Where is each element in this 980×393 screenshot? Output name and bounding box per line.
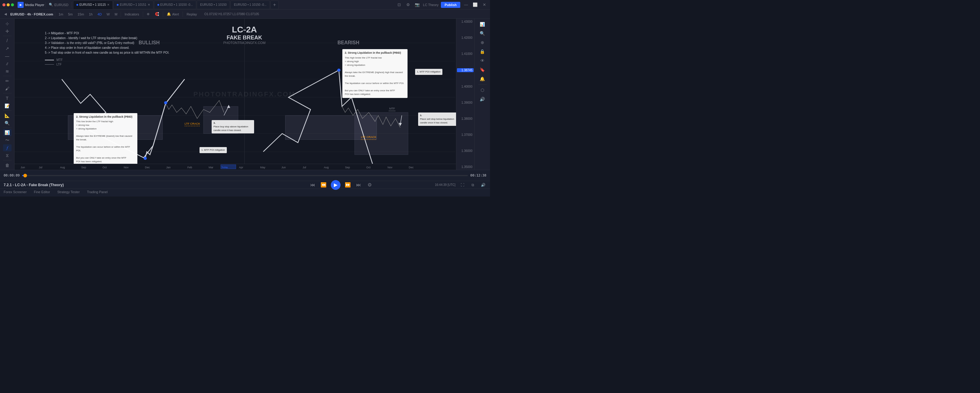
chart-tab-3[interactable]: EURUSD • 1 10150 -0... xyxy=(154,1,196,9)
tab-fine-editor[interactable]: Fine Editor xyxy=(30,189,54,196)
price-highlighted: 1.38745 xyxy=(457,68,474,72)
rs-eye-icon[interactable]: 👁 xyxy=(478,56,487,65)
brush-icon[interactable]: 🖌 xyxy=(3,85,11,92)
annotation-bearish-2: 2. Strong Liquidation in the pullback (P… xyxy=(342,49,407,98)
chart-tab-5[interactable]: EURUSD • 1 10150 -0... xyxy=(231,1,270,9)
maximize-icon[interactable]: ⬜ xyxy=(472,2,479,8)
add-tab-btn[interactable]: + xyxy=(270,1,278,9)
tf-1m[interactable]: 1m xyxy=(57,12,65,17)
prev-btn[interactable]: ⏪ xyxy=(320,181,327,189)
symbol-search[interactable]: 🔍 EURUSD xyxy=(47,2,70,7)
tf-w[interactable]: W xyxy=(105,12,111,17)
volume-icon[interactable]: 🔊 xyxy=(480,181,486,188)
cursor-icon[interactable]: ⊹ xyxy=(3,20,11,27)
svg-text:Jul: Jul xyxy=(302,166,306,169)
replay-btn[interactable]: Replay xyxy=(185,12,199,17)
publish-button[interactable]: Publish xyxy=(441,2,460,8)
fibtime-icon[interactable]: ≋ xyxy=(3,68,11,75)
crosshair-icon[interactable]: ✛ xyxy=(3,28,11,35)
tab-close-2[interactable]: ✕ xyxy=(148,3,150,6)
tf-5m[interactable]: 5m xyxy=(67,12,74,17)
zoom-draw-icon[interactable]: 🔍 xyxy=(3,119,11,126)
rs-bookmark-icon[interactable]: 🔖 xyxy=(478,65,487,74)
measure-icon[interactable]: 📐 xyxy=(3,112,11,119)
chart-tab-4[interactable]: EURUSD • 1 10150 xyxy=(197,1,230,9)
tab-close-1[interactable]: ✕ xyxy=(107,3,110,6)
svg-text:Jan: Jan xyxy=(166,166,171,169)
maximize-window-btn[interactable] xyxy=(11,3,14,6)
chart-timeline: Jun Jul Aug Sep Oct Nov Dec Jan Feb Mar … xyxy=(14,164,456,170)
rs-expand-icon[interactable]: ⬡ xyxy=(478,86,487,94)
ann-b2-title: 2. Strong Liquidation in the pullback (P… xyxy=(76,115,135,119)
tf-15m[interactable]: 15m xyxy=(76,12,86,17)
tab-trading-panel[interactable]: Trading Panel xyxy=(83,189,111,196)
toolbar-back[interactable]: ◀ xyxy=(2,11,8,17)
rs-notification-icon[interactable]: 🔔 xyxy=(478,75,487,83)
chart-tab-2[interactable]: EURUSD • 1 10151 ✕ xyxy=(113,1,153,9)
fibonacci-icon[interactable]: 𝑓 xyxy=(3,144,11,151)
pip-icon[interactable]: ⧉ xyxy=(469,181,476,188)
progress-thumb[interactable] xyxy=(23,174,27,177)
tab-dot-3 xyxy=(158,4,159,6)
svg-text:May: May xyxy=(260,166,266,169)
chart-area: LC-2A FAKE BREAK PHOTONTRADINGFX.COM PHO… xyxy=(14,19,474,170)
trend-line-icon[interactable]: / xyxy=(3,37,11,44)
rs-chart-icon[interactable]: 📊 xyxy=(478,20,487,29)
ray-icon[interactable]: ↗ xyxy=(3,45,11,52)
fullscreen-icon[interactable]: ⛶ xyxy=(459,181,466,188)
trash-icon[interactable]: 🗑 xyxy=(3,162,11,169)
tab-strategy-tester[interactable]: Strategy Tester xyxy=(54,189,83,196)
svg-text:Nov: Nov xyxy=(124,166,129,169)
camera-icon[interactable]: 📷 xyxy=(414,2,420,8)
chart-tabs: EURUSD • 1 10115 ✕ EURUSD • 1 10151 ✕ EU… xyxy=(73,1,395,9)
search-icon: 🔍 xyxy=(49,3,53,7)
progress-track[interactable] xyxy=(22,175,468,176)
chart-tab-1[interactable]: EURUSD • 1 10115 ✕ xyxy=(73,1,113,9)
rs-magnet-icon[interactable]: ⊕ xyxy=(478,38,487,47)
price-1.37: 1.37000 xyxy=(457,133,474,137)
settings-icon[interactable]: ⚙ xyxy=(405,2,412,8)
minimize-window-btn[interactable] xyxy=(7,3,10,6)
settings-btn[interactable]: ⚙ xyxy=(366,181,373,189)
minimize-icon[interactable]: — xyxy=(463,2,469,8)
alert-btn[interactable]: 🔔 Alert xyxy=(165,11,181,17)
tab-forex-screener[interactable]: Forex Screener xyxy=(0,189,30,196)
skip-fwd-btn[interactable]: ⏭ xyxy=(355,181,362,189)
svg-text:Dec: Dec xyxy=(409,166,414,169)
sep7 xyxy=(183,11,183,17)
sidebar-sep-6 xyxy=(3,160,11,161)
rs-lock-icon[interactable]: 🔒 xyxy=(478,47,487,56)
note-icon[interactable]: 📝 xyxy=(3,102,11,109)
next-btn[interactable]: ⏩ xyxy=(344,181,352,189)
svg-text:Dec: Dec xyxy=(145,166,150,169)
annotation-bullish-1: 1. MTF POI mitigation xyxy=(199,147,227,153)
zoom-icon[interactable]: ⊕ xyxy=(145,11,151,17)
tf-1h[interactable]: 1h xyxy=(88,12,94,17)
play-pause-btn[interactable]: ▶ xyxy=(331,180,340,190)
right-sidebar: 📊 🔍 ⊕ 🔒 👁 🔖 🔔 ⬡ 🔊 xyxy=(474,19,490,170)
gann-icon[interactable]: ⧖ xyxy=(3,152,11,159)
text-icon[interactable]: T xyxy=(3,95,11,102)
tf-m[interactable]: M xyxy=(113,12,119,17)
close-window-btn[interactable] xyxy=(2,3,5,6)
svg-text:Jun: Jun xyxy=(21,166,25,169)
tf-4d[interactable]: 4D xyxy=(96,12,103,17)
wave-icon[interactable]: 〜 xyxy=(3,137,11,144)
ohlc-values: O1.07192 H1.07257 L1.07080 C1.07105 xyxy=(204,13,259,16)
skip-back-btn[interactable]: ⏮ xyxy=(309,181,316,189)
svg-text:LTF CRACK: LTF CRACK xyxy=(185,122,200,125)
pencil-icon[interactable]: ✏ xyxy=(3,77,11,84)
rs-zoom-icon[interactable]: 🔍 xyxy=(478,29,487,38)
channel-icon[interactable]: ⫽ xyxy=(3,60,11,67)
chart-pattern-icon[interactable]: 📊 xyxy=(3,129,11,136)
svg-text:Mar: Mar xyxy=(208,166,213,169)
restore-icon[interactable]: ⊡ xyxy=(396,2,402,8)
tab-label-1: EURUSD • 1 10115 xyxy=(80,3,106,6)
rs-sound-icon[interactable]: 🔊 xyxy=(478,95,487,103)
close-icon[interactable]: ✕ xyxy=(481,2,488,8)
horizontal-icon[interactable]: — xyxy=(3,53,11,59)
price-1.43: 1.43000 xyxy=(457,20,474,23)
indicators-btn[interactable]: Indicators xyxy=(123,12,141,17)
magnet-icon[interactable]: 🧲 xyxy=(153,11,161,17)
annotation-bullish-2: 2. Strong Liquidation in the pullback (P… xyxy=(74,113,137,165)
